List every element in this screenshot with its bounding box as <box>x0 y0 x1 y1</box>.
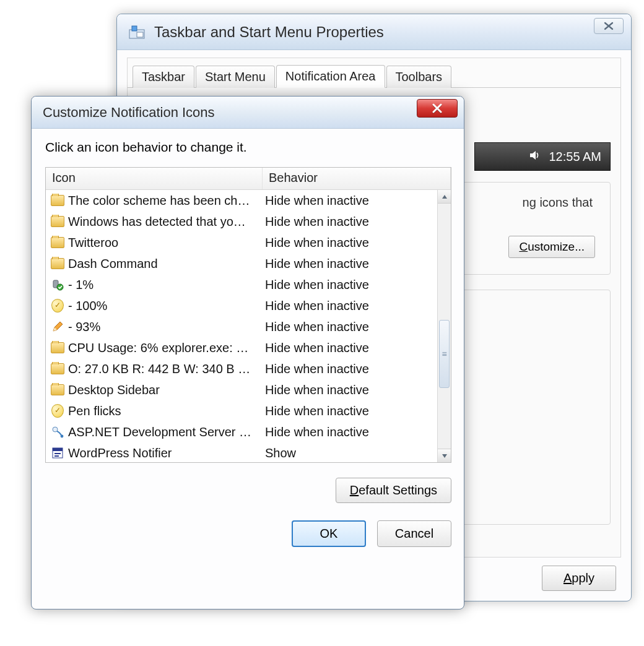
usb-icon <box>51 278 64 291</box>
svg-point-5 <box>53 427 58 432</box>
list-item-behavior[interactable]: Hide when inactive <box>263 257 437 271</box>
scroll-thumb[interactable] <box>439 320 450 388</box>
list-item[interactable]: Desktop SidebarHide when inactive <box>46 379 437 400</box>
ok-button[interactable]: OK <box>292 520 366 547</box>
list-item-behavior[interactable]: Hide when inactive <box>263 404 437 418</box>
scroll-down-button[interactable] <box>438 449 451 462</box>
svg-rect-8 <box>53 448 63 451</box>
customize-instruction: Click an icon behavior to change it. <box>45 140 451 155</box>
default-settings-button[interactable]: Default Settings <box>336 478 451 503</box>
list-item[interactable]: ASP.NET Development Server …Hide when in… <box>46 421 437 442</box>
list-item[interactable]: - 93%Hide when inactive <box>46 316 437 337</box>
scrollbar[interactable] <box>437 190 451 462</box>
list-item[interactable]: Dash CommandHide when inactive <box>46 253 437 274</box>
group-desc-fragment: ng icons that <box>523 194 593 211</box>
folder-icon <box>51 383 64 397</box>
tab-notification-area[interactable]: Notification Area <box>276 65 385 88</box>
svg-point-4 <box>57 284 63 290</box>
list-item-label: Pen flicks <box>68 404 121 418</box>
list-item-label: CPU Usage: 6% explorer.exe: … <box>68 341 248 355</box>
list-item-label: O: 27.0 KB R: 442 B W: 340 B … <box>68 362 250 376</box>
list-item-label: Twitteroo <box>68 236 118 250</box>
list-item-behavior[interactable]: Hide when inactive <box>263 320 437 334</box>
list-item-label: - 100% <box>68 299 107 313</box>
list-item-behavior[interactable]: Hide when inactive <box>263 278 437 292</box>
list-item-behavior[interactable]: Hide when inactive <box>263 215 437 229</box>
properties-footer: Apply <box>542 566 616 591</box>
properties-sys-icon <box>128 24 146 41</box>
cancel-button[interactable]: Cancel <box>377 520 451 547</box>
list-item-behavior[interactable]: Show <box>263 446 437 460</box>
list-item-label: Windows has detected that yo… <box>68 215 246 229</box>
list-item-label: Dash Command <box>68 257 158 271</box>
list-item[interactable]: - 1%Hide when inactive <box>46 274 437 295</box>
column-icon[interactable]: Icon <box>46 168 263 189</box>
folder-icon <box>51 341 64 355</box>
svg-rect-2 <box>137 32 143 37</box>
list-item-label: - 1% <box>68 278 94 292</box>
customize-button[interactable]: Customize... <box>508 236 595 258</box>
folder-icon <box>51 236 64 249</box>
list-item-label: The color scheme has been ch… <box>68 194 250 208</box>
svg-rect-1 <box>132 26 137 31</box>
list-item-label: Desktop Sidebar <box>68 383 160 397</box>
list-item-label: ASP.NET Development Server … <box>68 425 251 439</box>
volume-icon <box>529 150 541 164</box>
list-item-behavior[interactable]: Hide when inactive <box>263 425 437 439</box>
list-rows: The color scheme has been ch…Hide when i… <box>46 190 437 462</box>
notifier-icon <box>51 446 64 460</box>
list-item[interactable]: Windows has detected that yo…Hide when i… <box>46 211 437 232</box>
icon-list: Icon Behavior The color scheme has been … <box>45 167 451 463</box>
list-header[interactable]: Icon Behavior <box>46 168 451 190</box>
properties-tabs: TaskbarStart MenuNotification AreaToolba… <box>128 58 620 88</box>
svg-rect-10 <box>54 455 59 457</box>
shield-icon <box>51 404 64 418</box>
folder-icon <box>51 194 64 207</box>
apply-button[interactable]: Apply <box>542 566 616 591</box>
tab-toolbars[interactable]: Toolbars <box>386 66 452 88</box>
list-item[interactable]: Pen flicksHide when inactive <box>46 400 437 421</box>
scroll-up-button[interactable] <box>438 190 451 204</box>
properties-title: Taskbar and Start Menu Properties <box>154 24 384 41</box>
svg-rect-9 <box>54 453 61 454</box>
customize-footer: OK Cancel <box>32 503 464 557</box>
customize-title: Customize Notification Icons <box>43 105 215 121</box>
close-button[interactable] <box>417 99 458 118</box>
list-item[interactable]: TwitterooHide when inactive <box>46 232 437 253</box>
list-item-behavior[interactable]: Hide when inactive <box>263 194 437 208</box>
list-item-label: WordPress Notifier <box>68 446 172 460</box>
tab-start-menu[interactable]: Start Menu <box>196 66 275 88</box>
folder-icon <box>51 257 64 270</box>
list-item[interactable]: O: 27.0 KB R: 442 B W: 340 B …Hide when … <box>46 358 437 379</box>
server-icon <box>51 425 64 439</box>
notification-preview: 12:55 AM <box>474 142 611 171</box>
list-item[interactable]: - 100%Hide when inactive <box>46 295 437 316</box>
list-item-behavior[interactable]: Hide when inactive <box>263 383 437 397</box>
folder-icon <box>51 362 64 376</box>
shield-icon <box>51 299 64 312</box>
list-item-behavior[interactable]: Hide when inactive <box>263 362 437 376</box>
tab-taskbar[interactable]: Taskbar <box>133 66 194 88</box>
list-item-behavior[interactable]: Hide when inactive <box>263 341 437 355</box>
column-behavior[interactable]: Behavior <box>263 168 451 189</box>
svg-point-6 <box>61 435 64 438</box>
list-item-behavior[interactable]: Hide when inactive <box>263 299 437 313</box>
customize-notification-dialog: Customize Notification Icons Click an ic… <box>31 96 464 609</box>
properties-titlebar[interactable]: Taskbar and Start Menu Properties <box>117 14 631 50</box>
list-item[interactable]: The color scheme has been ch…Hide when i… <box>46 190 437 211</box>
list-item-label: - 93% <box>68 320 100 334</box>
folder-icon <box>51 215 64 228</box>
clock-time: 12:55 AM <box>549 150 601 164</box>
customize-titlebar[interactable]: Customize Notification Icons <box>32 97 464 129</box>
properties-close-button[interactable] <box>594 18 624 34</box>
list-item[interactable]: CPU Usage: 6% explorer.exe: …Hide when i… <box>46 337 437 358</box>
list-item[interactable]: WordPress NotifierShow <box>46 442 437 462</box>
pencil-icon <box>51 320 64 334</box>
list-item-behavior[interactable]: Hide when inactive <box>263 236 437 250</box>
